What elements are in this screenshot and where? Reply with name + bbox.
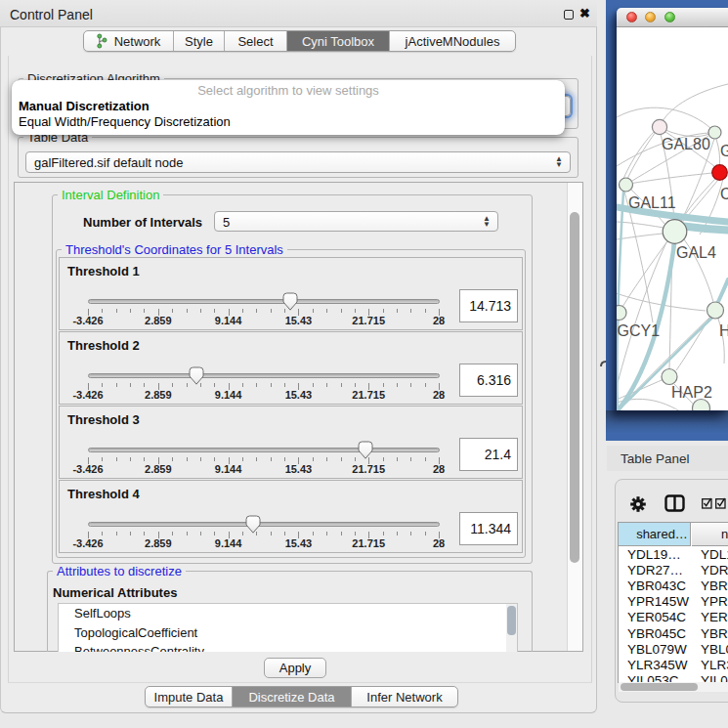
svg-text:GCY1: GCY1 bbox=[618, 322, 661, 339]
svg-text:H: H bbox=[719, 322, 728, 339]
svg-text:GAL80: GAL80 bbox=[662, 136, 710, 152]
svg-text:GAL4: GAL4 bbox=[676, 244, 716, 261]
svg-text:GA: GA bbox=[720, 143, 728, 159]
svg-text:C: C bbox=[720, 186, 728, 202]
svg-text:GAL11: GAL11 bbox=[628, 194, 676, 211]
svg-text:HAP2: HAP2 bbox=[671, 384, 712, 401]
